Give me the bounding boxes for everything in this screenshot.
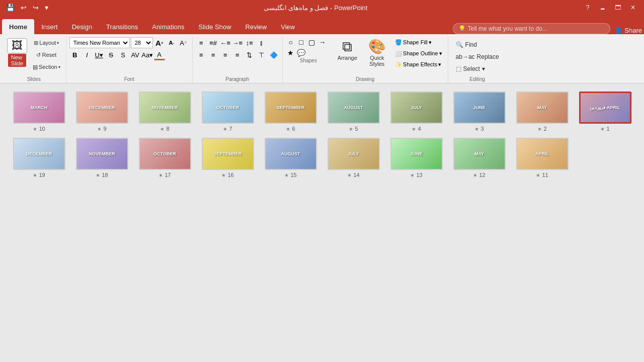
slide-thumb-19[interactable]: DECEMBER★19	[10, 138, 68, 178]
minimize-button[interactable]: 🗕	[596, 1, 610, 15]
slide-text-1: فروردین APRIL	[590, 105, 620, 110]
change-case-button[interactable]: Aa▾	[142, 49, 153, 60]
shape-item-callout[interactable]: 💬	[296, 48, 306, 58]
quick-access-toolbar: 💾 ↩ ↪ ▾	[4, 3, 50, 13]
new-slide-icon: 🖼	[7, 38, 27, 53]
font-name-select[interactable]: Times New Roman	[69, 37, 130, 48]
slide-thumb-6[interactable]: SEPTEMBER★6	[262, 92, 319, 132]
decrease-indent-button[interactable]: ←≡	[220, 37, 231, 48]
slide-thumb-17[interactable]: OCTOBER★17	[136, 138, 194, 178]
find-button[interactable]: 🔍 Find	[451, 39, 504, 50]
window-title: فصل و ماه‌های انگلیسی - PowerPoint	[50, 4, 581, 12]
slide-thumb-18[interactable]: NOVEMBER★18	[73, 138, 131, 178]
close-button[interactable]: ✕	[626, 1, 640, 15]
slide-star-3: ★	[474, 126, 479, 132]
increase-font-size-button[interactable]: A+	[154, 37, 165, 48]
bullets-button[interactable]: ≡	[196, 37, 207, 48]
shape-effects-button[interactable]: ✨ Shape Effects ▾	[392, 59, 445, 69]
font-color-button[interactable]: A	[154, 49, 165, 60]
tab-transitions[interactable]: Transitions	[99, 19, 145, 34]
ribbon-group-paragraph: ≡ ≡# ←≡ →≡ ↕≡ ⫿ ≡ ≡ ≡ ≡ ⇅ ⊤ 🔷 Paragr	[193, 36, 283, 83]
tab-insert[interactable]: Insert	[34, 19, 65, 34]
line-spacing-button[interactable]: ↕≡	[244, 37, 255, 48]
slide-thumb-9[interactable]: DECEMBER★9	[73, 92, 131, 132]
text-direction-button[interactable]: ⇅	[244, 49, 255, 60]
new-slide-button[interactable]: 🖼 New Slide	[5, 37, 29, 68]
shape-outline-button[interactable]: ⬜ Shape Outline ▾	[392, 48, 445, 58]
tab-design[interactable]: Design	[65, 19, 99, 34]
shape-item-star[interactable]: ★	[286, 48, 296, 58]
slide-thumb-16[interactable]: SEPTEMBER★16	[199, 138, 257, 178]
slide-thumb-3[interactable]: JUNE★3	[450, 92, 508, 132]
replace-button[interactable]: ab→ac Replace	[451, 51, 504, 62]
share-button[interactable]: 👤 Share	[614, 27, 642, 34]
tell-me-input[interactable]: Tell me what you want to do...	[468, 25, 547, 32]
shape-item-rounded[interactable]: ▢	[307, 37, 317, 47]
reset-button[interactable]: ↺ Reset	[30, 49, 63, 60]
arrange-label: Arrange	[338, 55, 357, 61]
slide-thumb-7[interactable]: OCTOBER★7	[199, 92, 257, 132]
quick-styles-button[interactable]: 🎨 QuickStyles	[364, 37, 390, 69]
decrease-font-size-button[interactable]: A-	[166, 37, 177, 48]
strikethrough-button[interactable]: S	[106, 49, 117, 60]
slide-thumb-15[interactable]: AUGUST★15	[262, 138, 319, 178]
smartart-convert-button[interactable]: 🔷	[268, 49, 279, 60]
save-button[interactable]: 💾	[4, 3, 17, 13]
slide-thumb-8[interactable]: NOVEMBER★8	[136, 92, 194, 132]
arrange-button[interactable]: ⧉ Arrange	[333, 37, 362, 63]
shape-item-rect[interactable]: □	[296, 37, 306, 47]
shape-fill-button[interactable]: 🪣 Shape Fill ▾	[392, 37, 445, 47]
slide-number-9: 9	[103, 126, 106, 132]
slide-star-11: ★	[536, 172, 540, 178]
slide-text-16: SEPTEMBER	[213, 151, 242, 156]
slide-thumb-5[interactable]: AUGUST★5	[325, 92, 382, 132]
align-text-button[interactable]: ⊤	[256, 49, 267, 60]
shape-item-arrow[interactable]: →	[317, 37, 328, 47]
increase-indent-button[interactable]: →≡	[232, 37, 243, 48]
slide-thumb-10[interactable]: MARCH★10	[10, 92, 68, 132]
font-size-select[interactable]: 28	[131, 37, 153, 48]
tab-animations[interactable]: Animations	[145, 19, 191, 34]
slide-thumb-4[interactable]: JULY★4	[387, 92, 445, 132]
layout-button[interactable]: ⊞ Layout ▾	[30, 37, 63, 48]
section-button[interactable]: ▤ Section ▾	[30, 61, 63, 72]
columns-button[interactable]: ⫿	[256, 37, 267, 48]
qat-customize-button[interactable]: ▾	[43, 3, 50, 13]
help-button[interactable]: ?	[581, 1, 595, 15]
new-slide-label[interactable]: New Slide	[8, 54, 26, 67]
slide-number-8: 8	[166, 126, 169, 132]
redo-button[interactable]: ↪	[31, 3, 41, 13]
char-spacing-button[interactable]: AV	[130, 49, 141, 60]
align-left-button[interactable]: ≡	[196, 49, 207, 60]
maximize-button[interactable]: 🗖	[611, 1, 625, 15]
shape-item-oval[interactable]: ○	[286, 37, 296, 47]
slide-number-2: 2	[543, 126, 546, 132]
italic-button[interactable]: I	[82, 49, 93, 60]
clear-formatting-button[interactable]: A✕	[178, 37, 189, 48]
slide-thumb-11[interactable]: APRIL★11	[513, 138, 571, 178]
bold-button[interactable]: B	[69, 49, 80, 60]
align-center-button[interactable]: ≡	[208, 49, 219, 60]
shape-fill-arrow: ▾	[429, 39, 432, 46]
tab-home[interactable]: Home	[2, 19, 34, 34]
slide-thumb-13[interactable]: JUNE★13	[387, 138, 445, 178]
slide-thumb-12[interactable]: MAY★12	[450, 138, 508, 178]
quick-styles-container: 🎨 QuickStyles	[364, 37, 390, 69]
slide-thumb-2[interactable]: MAY★2	[513, 92, 571, 132]
align-right-button[interactable]: ≡	[220, 49, 231, 60]
tab-slideshow[interactable]: Slide Show	[192, 19, 238, 34]
paragraph-group-label: Paragraph	[196, 76, 279, 83]
underline-button[interactable]: U▾	[94, 49, 105, 60]
slide-thumb-14[interactable]: JULY★14	[325, 138, 382, 178]
tab-view[interactable]: View	[274, 19, 302, 34]
slide-text-12: MAY	[474, 151, 484, 156]
undo-button[interactable]: ↩	[19, 3, 29, 13]
slide-number-14: 14	[353, 172, 359, 178]
select-button[interactable]: ⬚ Select ▾	[451, 63, 504, 74]
text-shadow-button[interactable]: S	[118, 49, 129, 60]
slide-footer-3: ★3	[474, 126, 484, 132]
numbering-button[interactable]: ≡#	[208, 37, 219, 48]
tab-review[interactable]: Review	[238, 19, 274, 34]
justify-button[interactable]: ≡	[232, 49, 243, 60]
slide-thumb-1[interactable]: فروردین APRIL★1	[576, 92, 634, 132]
